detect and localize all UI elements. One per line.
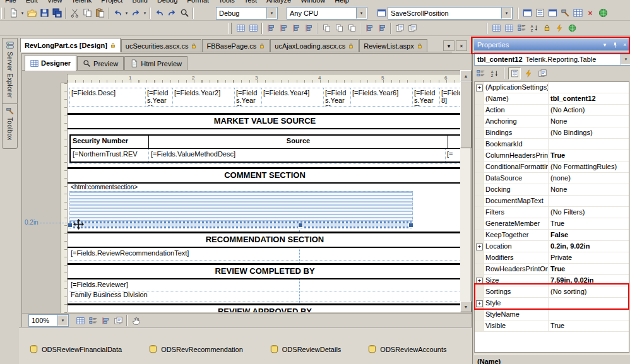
close-document-icon[interactable]: × [456,40,467,51]
property-row[interactable]: BookmarkId [475,139,629,150]
report-textbox[interactable]: [=Fields.Year4] [261,88,324,107]
property-value[interactable]: (none) [549,173,629,184]
categorized-icon[interactable] [474,68,487,79]
save-scroll-position-icon[interactable] [375,7,388,19]
paste-icon[interactable] [93,7,106,19]
menu-tools[interactable]: Tools [218,0,235,4]
zoom-combo[interactable]: 100% ▾ [28,314,69,327]
cut-icon[interactable] [68,7,81,19]
menu-help[interactable]: Help [335,0,349,4]
tab-preview[interactable]: Preview [77,56,124,70]
property-row[interactable]: ColumnHeadersPrintOnEveryPageTrue [475,150,629,161]
menu-test[interactable]: Test [244,0,257,4]
align-lefts-icon[interactable] [264,22,277,34]
scrollbar-thumb[interactable] [460,81,472,148]
show-grid-icon[interactable] [74,315,86,327]
property-value[interactable]: None [549,184,629,195]
bring-to-front-icon[interactable] [393,22,406,34]
property-row[interactable]: Action(No Action) [475,105,629,116]
property-row[interactable]: Bindings(No Bindings) [475,127,629,139]
navigate-backward-icon[interactable] [153,7,165,19]
datasource-component[interactable]: ODSReviewAccounts [367,344,446,354]
report-textbox[interactable]: [=Fields.ReviewRecommendationText] [69,248,461,261]
tab-html-preview[interactable]: Html Preview [124,56,187,70]
auto-hide-pin-icon[interactable] [610,41,619,49]
property-value[interactable]: 0.2in, 9.02in [549,241,629,252]
scroll-up-icon[interactable]: ▲ [460,70,472,81]
combo-dropdown-icon[interactable]: ▾ [621,54,630,65]
market-value-table[interactable]: Security Number Source [=NorthernTrust.R… [69,134,462,163]
events-icon[interactable] [522,68,535,79]
close-icon[interactable]: × [621,41,629,49]
open-file-icon[interactable] [25,7,38,19]
snap-to-grid-icon[interactable] [234,22,247,34]
html-textbox-content[interactable] [69,191,413,221]
section-header-recommendation[interactable]: RECOMMENDATION SECTION [68,232,462,248]
property-value[interactable]: True [549,150,629,161]
show-rulers-icon[interactable] [99,315,112,327]
tab-scroll-icon[interactable]: ▾ [443,40,455,51]
properties-view-icon[interactable] [508,68,521,79]
tab-designer[interactable]: Designer [25,55,76,71]
report-textbox[interactable]: [=Fields.Year3] [234,88,262,107]
property-value[interactable] [549,196,629,206]
property-row[interactable]: Sortings(No sorting) [475,286,629,298]
property-value[interactable]: True [549,320,629,331]
report-textbox[interactable]: [=Fields.Year1] [145,88,173,107]
selected-table-tbl-content12[interactable] [69,221,412,228]
expand-icon[interactable]: + [476,244,483,250]
export-icon[interactable] [566,22,578,34]
property-value[interactable] [549,309,629,320]
browse-with-icon[interactable] [597,7,609,19]
add-total-icon[interactable] [502,22,515,34]
menu-edit[interactable]: Edit [26,0,38,4]
column-header[interactable]: Security Number [71,136,149,148]
combo-dropdown-icon[interactable]: ▾ [356,8,367,19]
property-value[interactable]: (No sorting) [549,286,629,297]
new-project-icon[interactable] [7,7,20,19]
pan-hand-icon[interactable] [129,315,142,327]
report-textbox[interactable]: [=Fields.ValueMethodDesc] [149,149,446,161]
tab-reviewlist[interactable]: ReviewList.aspx [359,39,427,52]
align-rights-icon[interactable] [290,22,302,34]
show-grid-icon[interactable] [247,22,259,34]
expand-icon[interactable]: + [476,300,483,307]
selection-handle[interactable] [298,223,303,228]
property-row[interactable]: GenerateMemberTrue [475,218,629,230]
report-textbox[interactable]: [=Fields.Year5] [323,88,351,107]
report-textbox[interactable]: [=Fields.Year8] [439,88,462,107]
make-same-width-icon[interactable] [320,22,333,34]
selection-handle[interactable] [68,223,73,228]
section-header-approved[interactable]: REVIEW APPROVED BY [68,303,462,312]
menu-debug[interactable]: Debug [157,0,177,4]
window-menu-icon[interactable]: ▾ [600,41,609,49]
property-row[interactable]: KeepTogetherFalse [475,230,629,241]
property-row[interactable]: Filters(No Filters) [475,207,629,218]
make-same-height-icon[interactable] [333,22,345,34]
toolbar-grip[interactable] [229,23,232,34]
report-textbox[interactable]: [=Fields.Year2] [172,88,235,107]
error-list-icon[interactable] [571,7,584,19]
expand-icon[interactable]: + [476,278,483,285]
property-row[interactable]: (Name)tbl_content12 [475,93,629,105]
property-value[interactable] [549,139,629,150]
make-same-size-icon[interactable] [345,22,358,34]
expand-icon[interactable]: + [476,85,483,91]
property-value[interactable] [549,82,629,93]
horizontal-spacing-icon[interactable] [363,22,376,34]
property-value[interactable] [549,298,629,308]
add-group-icon[interactable] [490,22,502,34]
platform-combo[interactable]: Any CPU ▾ [287,7,367,20]
section-header-market-value[interactable]: MARKET VALUE SOURCE [68,113,462,129]
copy-icon[interactable] [81,7,93,19]
align-tops-icon[interactable] [302,22,315,34]
tab-revlongpart[interactable]: RevLongPart.cs [Design] [20,38,121,52]
toolbar-grip[interactable] [1,8,4,19]
save-all-icon[interactable] [51,7,63,19]
move-cursor-icon[interactable] [73,219,84,230]
new-dropdown-icon[interactable]: ▾ [20,11,25,16]
property-row[interactable]: +Size7.59in, 0.02in [475,275,629,286]
property-row[interactable]: VisibleTrue [475,320,629,332]
property-row[interactable]: DocumentMapText [475,196,629,207]
alphabetical-icon[interactable] [488,68,501,79]
